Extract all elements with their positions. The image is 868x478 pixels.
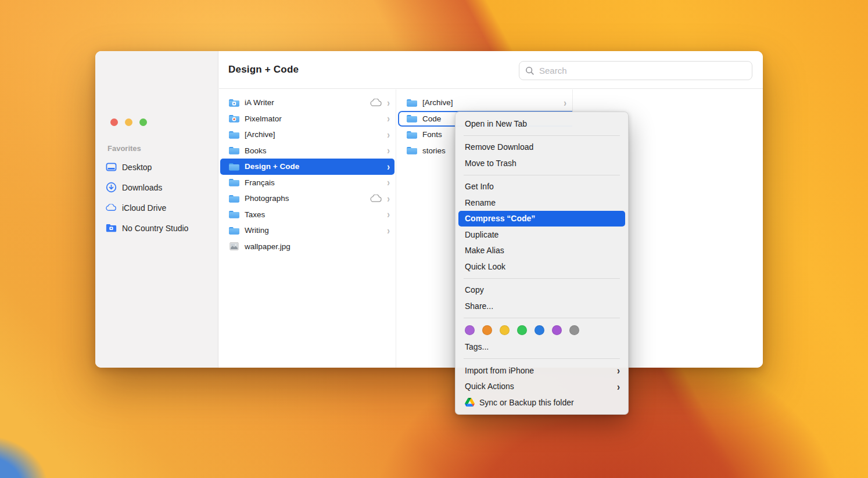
list-item-label: Fonts	[422, 130, 442, 139]
tag-color-row	[455, 322, 628, 339]
chevron-right-icon: ›	[387, 130, 390, 140]
close-button[interactable]	[110, 118, 118, 126]
menu-item-make-alias[interactable]: Make Alias	[455, 243, 628, 259]
sidebar: Favorites Desktop Downloads iCloud Drive…	[95, 51, 218, 368]
menu-item-duplicate[interactable]: Duplicate	[455, 227, 628, 243]
menu-separator	[464, 278, 620, 279]
list-item-books[interactable]: Books ›	[220, 143, 394, 159]
menu-item-share[interactable]: Share...	[455, 298, 628, 314]
chevron-right-icon: ›	[387, 193, 390, 204]
list-item-design-code[interactable]: Design + Code ›	[220, 159, 394, 175]
folder-icon	[228, 162, 240, 171]
list-item-ia-writer[interactable]: iA Writer ›	[220, 95, 394, 111]
menu-item-tags[interactable]: Tags...	[455, 339, 628, 355]
menu-item-sync-or-backup[interactable]: Sync or Backup this folder	[455, 394, 628, 411]
menu-item-quick-look[interactable]: Quick Look	[455, 258, 628, 275]
sidebar-section-label: Favorites	[107, 144, 141, 153]
sidebar-item-label: iCloud Drive	[122, 203, 166, 213]
list-item-label: stories	[422, 146, 446, 155]
sidebar-item-icloud-drive[interactable]: iCloud Drive	[100, 197, 213, 218]
chevron-right-icon: ›	[387, 178, 390, 188]
list-item-label: iA Writer	[245, 98, 274, 107]
list-item-label: Français	[245, 178, 275, 187]
list-item-archive-2[interactable]: [Archive] ›	[398, 95, 571, 111]
menu-item-copy[interactable]: Copy	[455, 282, 628, 299]
downloads-icon	[106, 182, 117, 193]
chevron-right-icon: ›	[387, 98, 390, 108]
menu-item-label: Import from iPhone	[465, 366, 534, 375]
search-field[interactable]	[519, 61, 752, 80]
menu-separator	[464, 318, 620, 318]
menu-separator	[464, 135, 620, 136]
list-item-pixelmator[interactable]: Pixelmator ›	[220, 111, 394, 127]
tag-yellow[interactable]	[500, 325, 510, 335]
menu-item-compress-code[interactable]: Compress “Code”	[458, 211, 625, 227]
chevron-right-icon: ›	[387, 161, 390, 172]
menu-item-label: Tags...	[465, 342, 489, 351]
menu-separator	[464, 175, 620, 175]
menu-item-import-from-iphone[interactable]: Import from iPhone ›	[455, 362, 628, 379]
folder-icon	[406, 130, 418, 139]
search-icon	[525, 66, 535, 76]
folder-app-circle-icon	[228, 114, 240, 123]
page-title: Design + Code	[228, 64, 299, 76]
sidebar-item-downloads[interactable]: Downloads	[100, 177, 213, 197]
desktop-icon	[106, 161, 117, 172]
list-item-label: [Archive]	[422, 98, 453, 107]
zoom-button[interactable]	[139, 118, 147, 126]
sidebar-item-desktop[interactable]: Desktop	[100, 157, 213, 177]
cloud-status-icon	[370, 98, 382, 107]
folder-icon	[228, 130, 240, 139]
chevron-right-icon: ›	[387, 225, 390, 236]
menu-item-label: Remove Download	[465, 142, 533, 152]
menu-item-label: Move to Trash	[465, 159, 517, 168]
menu-item-open-in-new-tab[interactable]: Open in New Tab	[455, 116, 628, 132]
tag-purple[interactable]	[465, 325, 475, 335]
desktop: Favorites Desktop Downloads iCloud Drive…	[0, 0, 868, 478]
tag-orange[interactable]	[482, 325, 492, 335]
menu-item-label: Quick Look	[465, 262, 505, 271]
menu-item-label: Rename	[465, 198, 496, 207]
shared-folder-icon	[106, 222, 117, 233]
google-drive-icon	[465, 398, 475, 407]
submenu-chevron-icon: ›	[617, 365, 620, 376]
menu-item-label: Share...	[465, 301, 493, 311]
list-item-label: Writing	[245, 226, 269, 235]
list-item-archive[interactable]: [Archive] ›	[220, 127, 394, 143]
submenu-chevron-icon: ›	[617, 381, 620, 391]
tag-violet[interactable]	[552, 325, 562, 335]
menu-item-label: Compress “Code”	[465, 214, 535, 223]
menu-item-quick-actions[interactable]: Quick Actions ›	[455, 379, 628, 395]
cloud-icon	[106, 202, 117, 213]
folder-icon	[228, 194, 240, 203]
tag-gray[interactable]	[569, 325, 579, 335]
sidebar-item-no-country-studio[interactable]: No Country Studio	[100, 218, 213, 238]
list-item-wallpaper-jpg[interactable]: wallpaper.jpg	[220, 239, 394, 255]
list-item-label: wallpaper.jpg	[245, 242, 290, 251]
sidebar-item-label: Downloads	[122, 183, 162, 192]
list-item-writing[interactable]: Writing ›	[220, 222, 394, 239]
list-item-photographs[interactable]: Photographs ›	[220, 191, 394, 207]
folder-icon	[228, 210, 240, 219]
folder-icon	[228, 146, 240, 155]
menu-item-label: Open in New Tab	[465, 119, 527, 128]
sidebar-item-label: No Country Studio	[122, 224, 188, 233]
menu-item-label: Sync or Backup this folder	[479, 398, 574, 407]
list-item-francais[interactable]: Français ›	[220, 175, 394, 191]
menu-item-label: Get Info	[465, 182, 494, 191]
list-item-label: Taxes	[245, 210, 265, 219]
menu-item-get-info[interactable]: Get Info	[455, 179, 628, 195]
minimize-button[interactable]	[125, 118, 132, 126]
sidebar-item-label: Desktop	[122, 163, 152, 172]
chevron-right-icon: ›	[564, 98, 566, 108]
menu-item-move-to-trash[interactable]: Move to Trash	[455, 155, 628, 171]
menu-item-rename[interactable]: Rename	[455, 195, 628, 211]
tag-blue[interactable]	[535, 325, 544, 335]
tag-green[interactable]	[517, 325, 527, 335]
toolbar: Design + Code	[219, 51, 763, 89]
menu-item-remove-download[interactable]: Remove Download	[455, 139, 628, 156]
search-input[interactable]	[539, 66, 746, 76]
folder-icon	[406, 98, 418, 107]
context-menu: Open in New Tab Remove Download Move to …	[455, 112, 629, 415]
list-item-taxes[interactable]: Taxes ›	[220, 207, 394, 223]
